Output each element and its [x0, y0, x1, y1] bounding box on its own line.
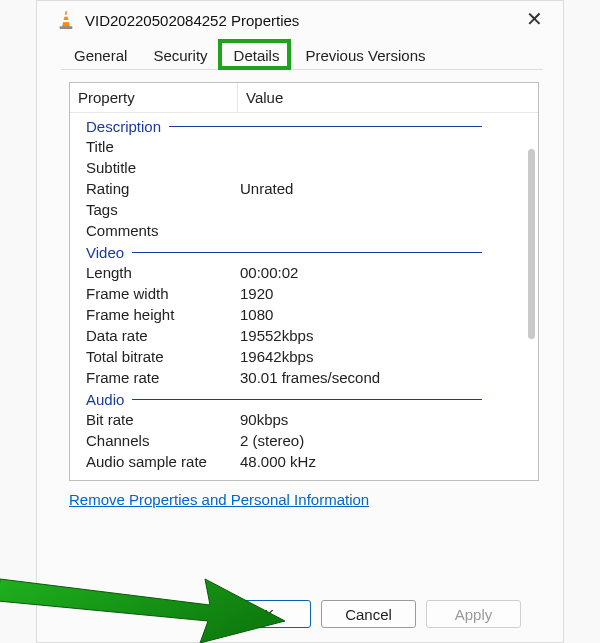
property-name: Data rate: [72, 327, 240, 344]
property-value: 19642kbps: [240, 348, 538, 365]
tab-details[interactable]: Details: [221, 42, 293, 70]
property-row[interactable]: RatingUnrated: [72, 178, 538, 199]
vlc-cone-icon: [57, 9, 75, 31]
property-value: Unrated: [240, 180, 538, 197]
property-row[interactable]: Subtitle: [72, 157, 538, 178]
property-name: Tags: [72, 201, 240, 218]
property-row[interactable]: Channels2 (stereo): [72, 430, 538, 451]
tabs: General Security Details Previous Versio…: [61, 41, 543, 70]
property-name: Comments: [72, 222, 240, 239]
property-value: 1920: [240, 285, 538, 302]
property-value: [240, 159, 538, 176]
property-row[interactable]: Tags: [72, 199, 538, 220]
close-icon[interactable]: ✕: [518, 9, 551, 29]
property-name: Subtitle: [72, 159, 240, 176]
property-row[interactable]: Title: [72, 136, 538, 157]
property-value: 1080: [240, 306, 538, 323]
group-divider: [169, 126, 482, 127]
property-value: 90kbps: [240, 411, 538, 428]
group-divider: [132, 399, 482, 400]
property-value: 00:00:02: [240, 264, 538, 281]
property-name: Rating: [72, 180, 240, 197]
property-name: Frame height: [72, 306, 240, 323]
tab-general[interactable]: General: [61, 42, 140, 70]
property-row[interactable]: Comments: [72, 220, 538, 241]
group-video: Video: [72, 241, 538, 262]
property-row[interactable]: Frame width1920: [72, 283, 538, 304]
tab-previous-versions[interactable]: Previous Versions: [292, 42, 438, 70]
property-row[interactable]: Audio sample rate48.000 kHz: [72, 451, 538, 472]
group-label: Video: [86, 244, 124, 261]
property-row[interactable]: Data rate19552kbps: [72, 325, 538, 346]
window-title: VID20220502084252 Properties: [85, 12, 299, 29]
titlebar: VID20220502084252 Properties ✕: [37, 1, 563, 37]
property-value: [240, 222, 538, 239]
property-name: Length: [72, 264, 240, 281]
property-row[interactable]: Frame rate30.01 frames/second: [72, 367, 538, 388]
property-name: Title: [72, 138, 240, 155]
details-panel: Property Value DescriptionTitleSubtitleR…: [69, 82, 539, 481]
property-name: Channels: [72, 432, 240, 449]
column-value[interactable]: Value: [238, 83, 538, 112]
property-value: 48.000 kHz: [240, 453, 538, 470]
apply-button: Apply: [426, 600, 521, 628]
group-divider: [132, 252, 482, 253]
property-name: Total bitrate: [72, 348, 240, 365]
property-row[interactable]: Bit rate90kbps: [72, 409, 538, 430]
property-value: 2 (stereo): [240, 432, 538, 449]
ok-button[interactable]: OK: [216, 600, 311, 628]
cancel-button[interactable]: Cancel: [321, 600, 416, 628]
column-property[interactable]: Property: [70, 83, 238, 112]
remove-properties-link[interactable]: Remove Properties and Personal Informati…: [69, 491, 369, 508]
property-name: Audio sample rate: [72, 453, 240, 470]
property-value: 19552kbps: [240, 327, 538, 344]
property-name: Frame rate: [72, 369, 240, 386]
svg-rect-1: [64, 15, 68, 17]
group-label: Audio: [86, 391, 124, 408]
svg-rect-3: [60, 26, 73, 29]
property-value: 30.01 frames/second: [240, 369, 538, 386]
property-value: [240, 201, 538, 218]
group-audio: Audio: [72, 388, 538, 409]
property-name: Frame width: [72, 285, 240, 302]
group-description: Description: [72, 115, 538, 136]
details-list[interactable]: DescriptionTitleSubtitleRatingUnratedTag…: [70, 113, 538, 480]
svg-rect-2: [63, 20, 69, 22]
property-row[interactable]: Frame height1080: [72, 304, 538, 325]
group-label: Description: [86, 118, 161, 135]
tab-security[interactable]: Security: [140, 42, 220, 70]
property-row[interactable]: Length00:00:02: [72, 262, 538, 283]
property-value: [240, 138, 538, 155]
scrollbar-thumb[interactable]: [528, 149, 535, 339]
property-name: Bit rate: [72, 411, 240, 428]
property-row[interactable]: Total bitrate19642kbps: [72, 346, 538, 367]
svg-marker-0: [62, 11, 69, 27]
